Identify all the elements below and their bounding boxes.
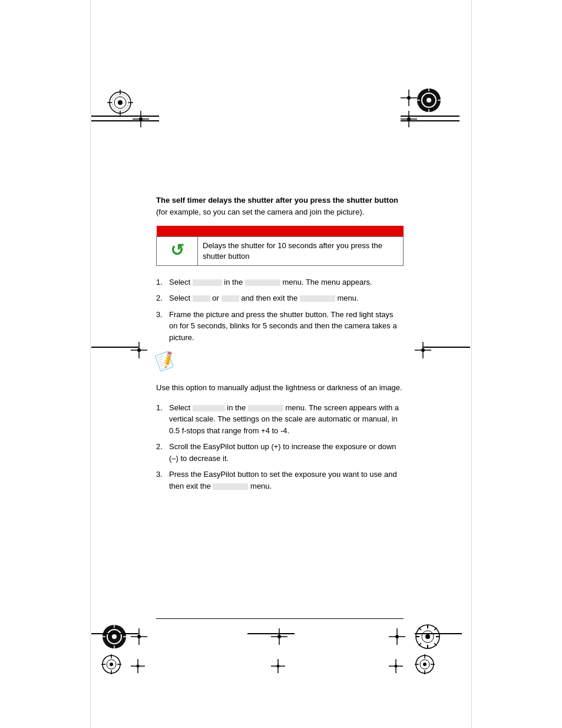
step-1-text: Select in the menu. The menu appears.	[169, 276, 404, 288]
reg-mark-top-right-cross	[401, 90, 417, 108]
step1-placeholder1	[193, 279, 222, 286]
main-content: The self timer delays the shutter after …	[156, 195, 404, 500]
section2-step-2-num: 2.	[156, 441, 169, 453]
svg-point-45	[395, 635, 399, 638]
pencil-icon: 📝	[154, 350, 178, 373]
section2-step-2-text: Scroll the EasyPilot button up (+) to in…	[169, 441, 404, 464]
step-1: 1. Select in the menu. The menu appears.	[156, 276, 404, 288]
step2-placeholder1	[193, 295, 210, 302]
s2-step3-ph1	[213, 483, 248, 490]
svg-point-29	[421, 348, 425, 352]
svg-point-2	[118, 100, 123, 105]
reg-mark-bottom-left-cross	[131, 628, 147, 647]
reg-mark-bottom2-left-large	[101, 654, 121, 676]
svg-point-75	[423, 663, 427, 666]
v-rule-left	[90, 0, 91, 728]
svg-point-32	[112, 634, 117, 639]
step-3-text: Frame the picture and press the shutter …	[169, 309, 404, 344]
reg-mark-mid-right	[415, 342, 431, 360]
s2-step1-ph1	[193, 405, 225, 411]
h-rule-bottom-left	[91, 633, 138, 634]
svg-point-48	[425, 634, 430, 639]
step2-placeholder3	[300, 295, 335, 302]
h-rule-mid-right	[423, 347, 470, 348]
reg-mark-bottom2-right-large	[415, 654, 435, 676]
intro-paragraph: The self timer delays the shutter after …	[156, 195, 404, 218]
steps-list-1: 1. Select in the menu. The menu appears.…	[156, 276, 404, 344]
section2-step-1-num: 1.	[156, 402, 169, 414]
step1-placeholder2	[245, 279, 280, 286]
svg-point-16	[427, 98, 431, 103]
h-rule-bottom-center	[247, 633, 295, 634]
pencil-icon-area: 📝	[156, 351, 404, 370]
reg-mark-mid-left	[131, 342, 147, 360]
section2-intro: Use this option to manually adjust the l…	[156, 382, 404, 394]
svg-point-66	[137, 665, 140, 668]
section2-step-1: 1. Select in the menu. The screen appear…	[156, 402, 404, 437]
reg-mark-bottom2-center	[271, 659, 285, 675]
svg-point-59	[110, 663, 113, 666]
h-rule-mid-left	[91, 347, 138, 348]
section2-step-3: 3. Press the EasyPilot button to set the…	[156, 469, 404, 492]
steps-list-2: 1. Select in the menu. The screen appear…	[156, 402, 404, 492]
self-timer-icon: ↺	[170, 242, 184, 259]
intro-bold: The self timer delays the shutter after …	[156, 196, 398, 205]
svg-point-26	[137, 348, 141, 352]
reg-mark-bottom2-right-cross	[389, 659, 403, 675]
h-rule-bottom-right	[415, 633, 462, 634]
reg-mark-bottom-right-cross1	[389, 628, 405, 647]
intro-normal: (for example, so you can set the camera …	[156, 207, 364, 216]
page: The self timer delays the shutter after …	[0, 0, 562, 728]
svg-point-72	[395, 665, 398, 668]
feature-table: ↺ Delays the shutter for 10 seconds afte…	[156, 226, 404, 266]
svg-point-42	[277, 635, 281, 638]
svg-point-69	[277, 665, 280, 668]
reg-mark-top-right-large	[416, 87, 442, 115]
h-rule-top-right2	[401, 120, 459, 121]
reg-mark-bottom-left-large	[101, 624, 127, 651]
v-rule-right	[471, 0, 472, 728]
reg-mark-bottom-right-large	[415, 624, 441, 651]
step-2-text: Select or and then exit the menu.	[169, 292, 404, 304]
table-description: Delays the shutter for 10 seconds after …	[203, 241, 382, 261]
section2: Use this option to manually adjust the l…	[156, 382, 404, 492]
svg-point-39	[137, 635, 141, 638]
section2-step-3-num: 3.	[156, 469, 169, 480]
svg-point-13	[407, 96, 411, 100]
section2-step-2: 2. Scroll the EasyPilot button up (+) to…	[156, 441, 404, 464]
h-rule-top-left2	[91, 120, 159, 121]
step-3: 3. Frame the picture and press the shutt…	[156, 309, 404, 344]
reg-mark-top-left-large	[107, 90, 133, 116]
h-rule-top-right	[401, 116, 459, 117]
table-content-row: ↺ Delays the shutter for 10 seconds afte…	[157, 236, 404, 265]
step-3-num: 3.	[156, 309, 169, 321]
reg-mark-bottom-center	[271, 628, 287, 647]
table-header-row	[157, 226, 404, 236]
bottom-rule	[156, 618, 404, 619]
s2-step1-ph2	[248, 405, 283, 411]
section2-step-3-text: Press the EasyPilot button to set the ex…	[169, 469, 404, 492]
step2-placeholder2	[222, 295, 239, 302]
table-icon-cell: ↺	[157, 236, 198, 265]
reg-mark-bottom2-left-cross	[131, 659, 145, 675]
section2-step-1-text: Select in the menu. The screen appears w…	[169, 402, 404, 437]
step-1-num: 1.	[156, 276, 169, 288]
table-desc-cell: Delays the shutter for 10 seconds after …	[198, 236, 404, 265]
step-2: 2. Select or and then exit the menu.	[156, 292, 404, 304]
table-header-cell	[157, 226, 404, 236]
step-2-num: 2.	[156, 292, 169, 304]
h-rule-top-left	[91, 116, 159, 117]
